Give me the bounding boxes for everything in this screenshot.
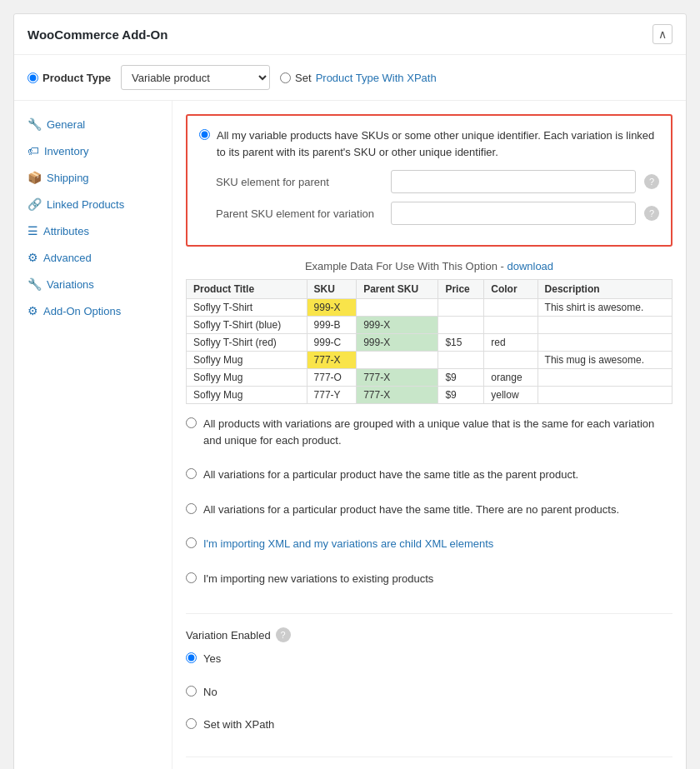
variation-enabled-text: Variation Enabled: [186, 629, 271, 642]
table-cell: 777-X: [357, 369, 438, 387]
variation-enabled-label: Variation Enabled ?: [186, 627, 672, 642]
set-with-xpath-label: Set with XPath: [203, 717, 274, 733]
table-cell: $15: [438, 334, 484, 352]
th-color: Color: [484, 280, 538, 299]
sku-parent-input[interactable]: [391, 170, 636, 193]
table-cell: orange: [484, 369, 538, 387]
example-section: Example Data For Use With This Option - …: [186, 260, 672, 404]
product-type-row: Product Type Variable product Simple pro…: [14, 55, 686, 101]
product-type-select[interactable]: Variable product Simple product Grouped …: [121, 65, 270, 90]
link-icon: 🔗: [28, 197, 42, 211]
sidebar-item-shipping[interactable]: 📦 Shipping: [14, 164, 172, 191]
sku-variation-input[interactable]: [391, 202, 636, 225]
option4-text: All variations for a particular product …: [203, 502, 619, 518]
table-cell: [438, 352, 484, 369]
xpath-radio[interactable]: [280, 72, 291, 83]
table-row: Soflyy T-Shirt (red)999-C999-X$15red: [187, 334, 672, 352]
table-row: Soflyy Mug777-XThis mug is awesome.: [187, 352, 672, 369]
th-price: Price: [438, 280, 484, 299]
sidebar: 🔧 General 🏷 Inventory 📦 Shipping 🔗 Linke…: [14, 101, 172, 769]
sidebar-item-inventory[interactable]: 🏷 Inventory: [14, 137, 172, 164]
option5-radio[interactable]: [186, 537, 197, 548]
option6-radio[interactable]: [186, 572, 197, 583]
table-cell: $9: [438, 387, 484, 404]
divider2: [186, 757, 672, 757]
sidebar-item-variations[interactable]: 🔧 Variations: [14, 271, 172, 297]
table-cell: Soflyy T-Shirt (red): [187, 334, 308, 352]
option3-row: All variations for a particular product …: [186, 467, 672, 483]
table-cell: Soflyy T-Shirt (blue): [187, 317, 308, 334]
table-cell: Soflyy Mug: [187, 369, 308, 387]
product-type-radio-label[interactable]: Product Type: [28, 72, 111, 84]
table-cell: 777-X: [307, 352, 357, 369]
table-cell: Soflyy T-Shirt: [187, 299, 308, 317]
table-cell: [538, 317, 672, 334]
sidebar-label-addon: Add-On Options: [43, 305, 121, 317]
option5-row: I'm importing XML and my variations are …: [186, 536, 672, 552]
sku-variation-row: Parent SKU element for variation ?: [199, 202, 659, 225]
variation-options: Yes No Set with XPath: [186, 651, 672, 743]
collapse-icon: ∧: [658, 27, 667, 41]
xpath-link[interactable]: Product Type With XPath: [316, 72, 437, 84]
table-cell: [484, 352, 538, 369]
example-download-link[interactable]: download: [507, 260, 553, 272]
wrench-icon: 🔧: [28, 117, 42, 131]
yes-row: Yes: [186, 651, 672, 667]
xpath-variation-radio[interactable]: [186, 718, 197, 729]
table-cell: 777-O: [307, 369, 357, 387]
variation-enabled-help-icon[interactable]: ?: [276, 627, 291, 642]
sidebar-label-inventory: Inventory: [44, 145, 88, 157]
sidebar-item-attributes[interactable]: ☰ Attributes: [14, 217, 172, 244]
example-title-text: Example Data For Use With This Option: [305, 260, 498, 272]
table-cell: yellow: [484, 387, 538, 404]
addon-icon: ⚙: [28, 304, 38, 317]
card-title: WooCommerce Add-On: [28, 27, 168, 42]
product-type-radio[interactable]: [28, 72, 38, 83]
main-content: All my variable products have SKUs or so…: [172, 101, 686, 769]
xpath-radio-label[interactable]: Set Product Type With XPath: [280, 72, 437, 84]
table-cell: 999-C: [307, 334, 357, 352]
table-cell: Soflyy Mug: [187, 352, 308, 369]
list-icon: ☰: [28, 224, 38, 237]
option2-radio[interactable]: [186, 417, 197, 428]
option1-text: All my variable products have SKUs or so…: [217, 127, 659, 160]
sidebar-label-attributes: Attributes: [43, 225, 89, 237]
gear-icon: ⚙: [28, 251, 38, 264]
sidebar-label-variations: Variations: [47, 278, 94, 291]
card-header: WooCommerce Add-On ∧: [14, 14, 686, 55]
product-type-label: Product Type: [42, 72, 111, 84]
sku-variation-help-icon[interactable]: ?: [644, 206, 659, 221]
no-radio[interactable]: [186, 686, 197, 697]
no-row: No: [186, 684, 672, 701]
option4-radio[interactable]: [186, 503, 197, 514]
sidebar-label-general: General: [47, 118, 85, 131]
yes-radio[interactable]: [186, 652, 197, 663]
option4-row: All variations for a particular product …: [186, 502, 672, 518]
sidebar-label-shipping: Shipping: [47, 172, 89, 184]
sidebar-item-linked-products[interactable]: 🔗 Linked Products: [14, 191, 172, 217]
table-cell: 999-B: [307, 317, 357, 334]
option6-text: I'm importing new variations to existing…: [203, 571, 433, 587]
options-list: All products with variations are grouped…: [186, 416, 672, 597]
table-row: Soflyy Mug777-O777-X$9orange: [187, 369, 672, 387]
sidebar-item-advanced[interactable]: ⚙ Advanced: [14, 244, 172, 271]
table-cell: This mug is awesome.: [538, 352, 672, 369]
option5-text: I'm importing XML and my variations are …: [203, 536, 493, 552]
variations-icon: 🔧: [28, 277, 42, 291]
table-row: Soflyy T-Shirt999-XThis shirt is awesome…: [187, 299, 672, 317]
option3-radio[interactable]: [186, 468, 197, 479]
sku-parent-help-icon[interactable]: ?: [644, 174, 659, 189]
th-sku: SKU: [307, 280, 357, 299]
table-header-row: Product Title SKU Parent SKU Price Color…: [187, 280, 672, 299]
sidebar-item-addon-options[interactable]: ⚙ Add-On Options: [14, 297, 172, 324]
option1-radio[interactable]: [199, 129, 210, 140]
sidebar-item-general[interactable]: 🔧 General: [14, 111, 172, 137]
yes-label: Yes: [203, 651, 221, 667]
table-cell: [538, 387, 672, 404]
table-cell: 999-X: [357, 317, 438, 334]
collapse-button[interactable]: ∧: [652, 24, 672, 44]
th-parent-sku: Parent SKU: [357, 280, 438, 299]
variation-enabled-section: Variation Enabled ? Yes No: [186, 627, 672, 743]
table-cell: [538, 369, 672, 387]
tag-icon: 🏷: [28, 144, 39, 157]
